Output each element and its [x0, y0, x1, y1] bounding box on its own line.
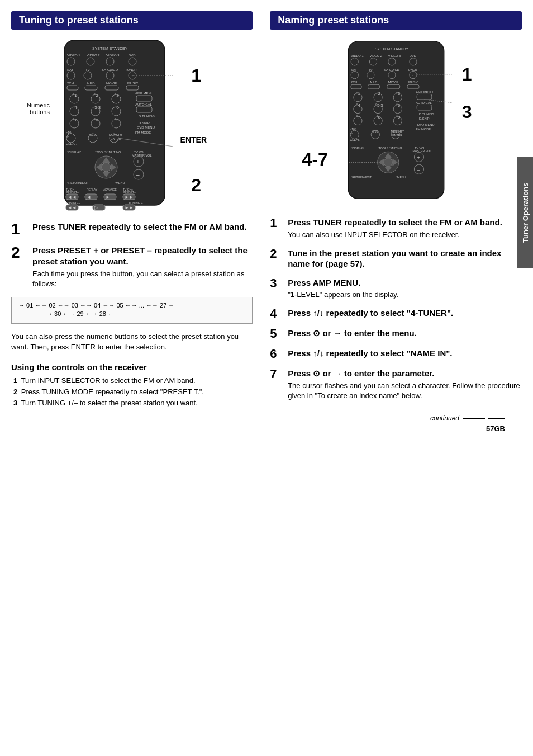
svg-text:ENTER: ENTER	[111, 137, 121, 140]
right-step-1-title: Press TUNER repeatedly to select the FM …	[288, 217, 502, 228]
right-step-7-num: 7	[270, 368, 284, 380]
right-step-4-title: Press ↑/↓ repeatedly to select "4-TUNER"…	[288, 308, 453, 319]
svg-text:°3: °3	[396, 91, 400, 96]
right-step-3-label: 3	[462, 102, 472, 122]
right-step-1-content: Press TUNER repeatedly to select the FM …	[288, 217, 502, 240]
right-step-7-content: Press ⊙ or → to enter the parameter. The…	[288, 368, 522, 401]
right-step-3-title: Press AMP MENU.	[288, 277, 398, 289]
svg-text:°RETURN/EXIT: °RETURN/EXIT	[351, 176, 372, 179]
svg-text:SA-CD/CD: SA-CD/CD	[102, 68, 118, 72]
right-step-2-num: 2	[270, 248, 284, 260]
svg-text:+: +	[136, 159, 140, 165]
svg-text:PRESET–: PRESET–	[66, 191, 79, 194]
arrow-row-1-text: → 01 ←→ 02 ←→ 03 ←→ 04 ←→ 05 ←→ ... ←→ 2…	[18, 302, 174, 309]
svg-text:MOVIE: MOVIE	[106, 82, 117, 85]
svg-text:TV: TV	[85, 68, 90, 72]
svg-text:°DISPLAY: °DISPLAY	[351, 147, 364, 150]
svg-text:°1: °1	[356, 91, 360, 96]
right-step-5-content: Press ⊙ or → to enter the menu.	[288, 328, 417, 339]
svg-text:◄: ◄	[87, 195, 91, 200]
svg-text:►: ►	[106, 195, 110, 200]
svg-text:°8: °8	[376, 115, 380, 120]
right-remote-area: SYSTEM STANDBY VIDEO 1 VIDEO 2 VIDEO 3 D…	[270, 37, 522, 207]
svg-text:°TOOLS °MUTING: °TOOLS °MUTING	[95, 150, 121, 154]
sub-list-item-2: 2 Press TUNING MODE repeatedly to select…	[11, 388, 253, 396]
svg-text:SAT: SAT	[67, 68, 74, 72]
step-2-number: 2	[11, 245, 29, 261]
right-step-3-content: Press AMP MENU. "1-LEVEL" appears on the…	[288, 277, 398, 300]
right-step-1-num: 1	[270, 217, 284, 229]
right-step-2-content: Tune in the preset station you want to c…	[288, 248, 522, 270]
svg-text:°DISPLAY: °DISPLAY	[67, 150, 81, 154]
svg-text:►►: ►►	[125, 205, 134, 210]
svg-text:ENTER: ENTER	[392, 134, 402, 137]
svg-text:AMP MENU: AMP MENU	[135, 92, 153, 95]
svg-text:°2: °2	[376, 91, 380, 96]
svg-text:–: –	[136, 172, 140, 178]
right-step-1-sub: You can also use INPUT SELECTOR on the r…	[288, 230, 502, 240]
right-step-6-num: 6	[270, 348, 284, 360]
svg-text:DVD MENU: DVD MENU	[137, 126, 155, 129]
step-1-number: 1	[11, 221, 29, 237]
svg-text:A.F.D.: A.F.D.	[87, 82, 96, 85]
svg-text:°MENU: °MENU	[396, 176, 406, 179]
svg-text:°9: °9	[396, 115, 400, 120]
right-step-6: 6 Press ↑/↓ repeatedly to select "NAME I…	[270, 348, 522, 360]
arrow-row-1: → 01 ←→ 02 ←→ 03 ←→ 04 ←→ 05 ←→ ... ←→ 2…	[18, 302, 245, 309]
step-2-sub: Each time you press the button, you can …	[32, 269, 253, 289]
right-step-47-label: 4-7	[302, 149, 328, 170]
right-step-4-content: Press ↑/↓ repeatedly to select "4-TUNER"…	[288, 308, 453, 319]
svg-text:TUNER: TUNER	[406, 68, 417, 72]
right-step-7-title: Press ⊙ or → to enter the parameter.	[288, 368, 522, 379]
right-step-5: 5 Press ⊙ or → to enter the menu.	[270, 328, 522, 340]
step-2-title: Press PRESET + or PRESET – repeatedly to…	[32, 245, 253, 267]
enter-label: ENTER	[180, 135, 207, 144]
svg-text:2CH: 2CH	[351, 81, 357, 84]
svg-text:MASTER VOL: MASTER VOL	[412, 149, 431, 153]
svg-text:MOVIE: MOVIE	[388, 81, 398, 84]
sub-list: 1 Turn INPUT SELECTOR to select the FM o…	[11, 376, 253, 407]
right-step-7: 7 Press ⊙ or → to enter the parameter. T…	[270, 368, 522, 401]
svg-text:MUSIC: MUSIC	[408, 81, 418, 84]
svg-text:D.SKIP: D.SKIP	[139, 121, 150, 125]
right-step-1: 1 Press TUNER repeatedly to select the F…	[270, 217, 522, 240]
left-column: Tuning to preset stations Numericbuttons…	[11, 11, 264, 745]
svg-text:°RETURN/EXIT: °RETURN/EXIT	[67, 181, 89, 185]
svg-rect-0	[64, 40, 165, 205]
svg-text:◄◄: ◄◄	[68, 205, 77, 210]
step-2: 2 Press PRESET + or PRESET – repeatedly …	[11, 245, 253, 289]
right-step-5-title: Press ⊙ or → to enter the menu.	[288, 328, 417, 339]
right-step-4: 4 Press ↑/↓ repeatedly to select "4-TUNE…	[270, 308, 522, 320]
right-step-7-sub: The cursor flashes and you can select a …	[288, 381, 522, 401]
step-1-title: Press TUNER repeatedly to select the FM …	[32, 221, 247, 233]
remote-area: Numericbuttons SYSTEM STANDBY VIDEO 1 VI…	[11, 37, 253, 212]
svg-text:VIDEO 1: VIDEO 1	[67, 54, 80, 57]
right-column: Naming preset stations SYSTEM STANDBY VI…	[264, 11, 522, 745]
svg-text:PRESET+: PRESET+	[123, 191, 136, 194]
svg-text:VIDEO 1: VIDEO 1	[351, 54, 364, 58]
right-steps-list: 1 Press TUNER repeatedly to select the F…	[270, 217, 522, 401]
continued-line-decoration	[463, 418, 485, 419]
svg-text:←: ←	[131, 73, 135, 78]
right-step-6-content: Press ↑/↓ repeatedly to select "NAME IN"…	[288, 348, 452, 359]
remote-svg: SYSTEM STANDBY VIDEO 1 VIDEO 2 VIDEO 3 D…	[56, 37, 173, 211]
step-2-sub2: You can also press the numeric buttons t…	[11, 332, 253, 352]
right-step-6-title: Press ↑/↓ repeatedly to select "NAME IN"…	[288, 348, 452, 359]
svg-text:CLEAR: CLEAR	[66, 142, 78, 145]
right-step-2-title: Tune in the preset station you want to c…	[288, 248, 522, 270]
svg-text:D.SKIP: D.SKIP	[419, 117, 430, 120]
svg-text:SYSTEM STANDBY: SYSTEM STANDBY	[92, 46, 128, 50]
svg-text:AMP MENU: AMP MENU	[416, 91, 433, 94]
svg-text:ADVANCE: ADVANCE	[103, 188, 117, 191]
svg-text:A.F.D.: A.F.D.	[369, 81, 378, 84]
left-section-header: Tuning to preset stations	[11, 11, 253, 30]
svg-point-175	[384, 158, 392, 167]
page-number: 57GB	[486, 424, 505, 433]
sub-list-item-1: 1 Turn INPUT SELECTOR to select the FM o…	[11, 376, 253, 385]
step-1: 1 Press TUNER repeatedly to select the F…	[11, 221, 253, 237]
svg-point-73	[102, 163, 111, 172]
numeric-buttons-label: Numericbuttons	[11, 102, 53, 115]
svg-text:AUTO CAL: AUTO CAL	[416, 101, 431, 105]
right-step-3-num: 3	[270, 277, 284, 290]
svg-text:°6: °6	[396, 103, 400, 108]
